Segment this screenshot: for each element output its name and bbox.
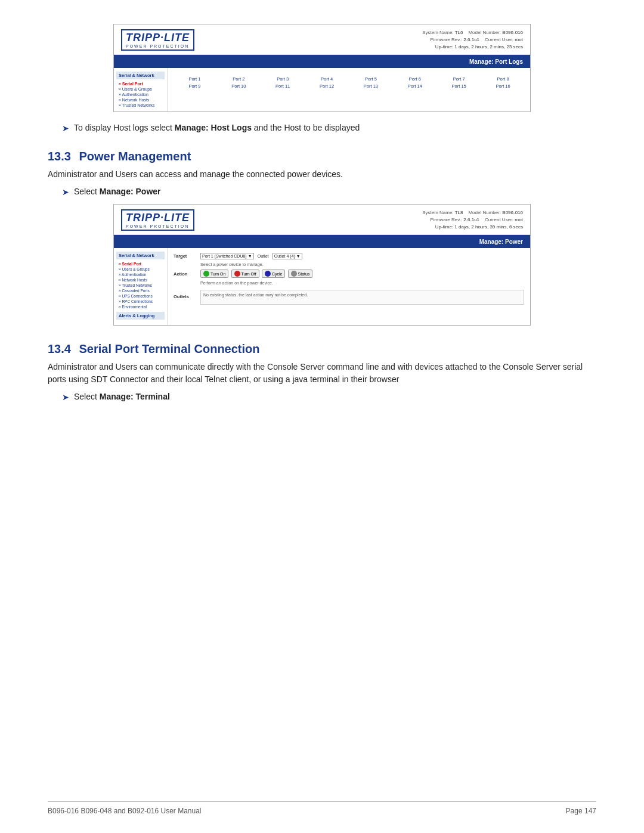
sys-name-label: System Name: — [422, 30, 453, 35]
power-sidebar-trusted: » Trusted Networks — [116, 283, 165, 288]
outlets-text: No existing status, the last action may … — [203, 293, 308, 297]
section-133-heading: 13.3 Power Management — [48, 150, 596, 163]
port-13: Port 13 — [350, 83, 392, 89]
outlet-label: Outlet — [258, 254, 269, 258]
power-sys-info: System Name: TL8 Model Number: B096-016 … — [422, 209, 523, 231]
portlogs-title: Manage: Port Logs — [469, 58, 523, 65]
power-firmware-line: Firmware Rev.: 2.6.1u1 Current User: roo… — [422, 216, 523, 224]
section-133-title: Power Management — [79, 150, 191, 163]
power-ss-sidebar: Serial & Network » Serial Port » Users &… — [114, 248, 168, 325]
port-15: Port 15 — [438, 83, 480, 89]
action-content: Turn On Turn Off Cycle Status — [200, 270, 524, 278]
bullet-text-2: Select Manage: Power — [74, 187, 161, 196]
outlets-label: Outlets — [174, 294, 200, 299]
port-logs-screenshot: TRIPP·LITE POWER PROTECTION System Name:… — [113, 24, 531, 112]
section-133-paragraph: Administrator and Users can access and m… — [48, 168, 596, 181]
firmware-line: Firmware Rev.: 2.6.1u1 Current User: roo… — [422, 36, 523, 44]
port-6: Port 6 — [394, 76, 436, 82]
sidebar-item-hosts: » Network Hosts — [116, 97, 165, 103]
model-val: B096-016 — [502, 30, 523, 35]
section-134-number: 13.4 — [48, 342, 71, 355]
bullet-host-logs: ➤ To display Host logs select Manage: Ho… — [62, 123, 596, 133]
ss-header: TRIPP·LITE POWER PROTECTION System Name:… — [114, 24, 530, 55]
ss-body: Serial & Network » Serial Port » Users &… — [114, 68, 530, 112]
current-user-label: Current User: — [485, 37, 513, 42]
power-sys-name-label: System Name: — [422, 210, 453, 215]
sidebar-item-users: » Users & Groups — [116, 86, 165, 92]
status-label: Status — [298, 272, 310, 276]
port-16: Port 16 — [482, 83, 524, 89]
power-sys-name-line: System Name: TL8 Model Number: B096-016 — [422, 209, 523, 216]
bullet-arrow-2: ➤ — [62, 187, 69, 197]
action-row: Action Turn On Turn Off Cycle — [174, 270, 524, 278]
action-label: Action — [174, 271, 200, 277]
outlets-box: No existing status, the last action may … — [200, 290, 524, 305]
uptime-line: Up-time: 1 days, 2 hours, 2 mins, 25 sec… — [422, 44, 523, 51]
bullet-manage-power: ➤ Select Manage: Power — [62, 187, 596, 197]
manage-host-logs-bold: Manage: Host Logs — [175, 123, 252, 132]
ss-blue-bar: Manage: Port Logs — [114, 55, 530, 68]
power-uptime-line: Up-time: 1 days, 2 hours, 39 mins, 6 sec… — [422, 224, 523, 231]
power-logo-text: TRIPP·LITE — [126, 212, 190, 224]
turn-on-icon — [203, 271, 209, 277]
sys-name-line: System Name: TL6 Model Number: B096-016 — [422, 29, 523, 36]
section-134-title: Serial Port Terminal Connection — [79, 342, 260, 355]
page-footer: B096-016 B096-048 and B092-016 User Manu… — [48, 801, 596, 815]
bullet-manage-terminal: ➤ Select Manage: Terminal — [62, 392, 596, 402]
turn-off-label: Turn Off — [242, 272, 256, 276]
outlets-row: Outlets No existing status, the last act… — [174, 288, 524, 305]
power-sidebar-serial: » Serial Port — [116, 261, 165, 267]
bullet-arrow-1: ➤ — [62, 123, 69, 133]
power-sidebar-hosts: » Network Hosts — [116, 277, 165, 283]
target-select[interactable]: Port 1 (Switched CDU8) ▼ — [200, 253, 254, 259]
status-button[interactable]: Status — [288, 270, 313, 278]
power-blue-bar: Manage: Power — [114, 235, 530, 248]
status-icon — [291, 271, 297, 277]
port-12: Port 12 — [306, 83, 348, 89]
power-model-label: Model Number: — [468, 210, 501, 215]
power-logo: TRIPP·LITE POWER PROTECTION — [121, 209, 194, 231]
footer-left: B096-016 B096-048 and B092-016 User Manu… — [48, 807, 202, 815]
port-11: Port 11 — [262, 83, 304, 89]
firmware-label: Firmware Rev.: — [430, 37, 462, 42]
port-7: Port 7 — [438, 76, 480, 82]
turn-off-button[interactable]: Turn Off — [231, 270, 259, 278]
turn-off-icon — [234, 271, 240, 277]
power-model-val: B096-016 — [502, 210, 523, 215]
sidebar-item-serial: » Serial Port — [116, 81, 165, 86]
power-current-user-label: Current User: — [485, 217, 513, 222]
port-8: Port 8 — [482, 76, 524, 82]
ss-sys-info: System Name: TL6 Model Number: B096-016 … — [422, 29, 523, 51]
port-2: Port 2 — [218, 76, 260, 82]
port-3: Port 3 — [262, 76, 304, 82]
power-current-user-val: root — [515, 217, 523, 222]
bullet-text-3: Select Manage: Terminal — [74, 392, 170, 401]
cycle-label: Cycle — [272, 272, 283, 276]
cycle-button[interactable]: Cycle — [262, 270, 286, 278]
outlet-select[interactable]: Outlet 4 (4) ▼ — [273, 253, 302, 259]
turn-on-label: Turn On — [210, 272, 225, 276]
port-9: Port 9 — [174, 83, 216, 89]
port-14: Port 14 — [394, 83, 436, 89]
section-134-paragraph: Administrator and Users can communicate … — [48, 361, 596, 386]
target-help: Select a power device to manage. — [200, 262, 524, 267]
firmware-val: 2.6.1u1 — [463, 37, 479, 42]
ss-sidebar: Serial & Network » Serial Port » Users &… — [114, 68, 168, 112]
power-sys-name-val: TL8 — [455, 210, 463, 215]
port-5: Port 5 — [350, 76, 392, 82]
target-label: Target — [174, 253, 200, 259]
port-10: Port 10 — [218, 83, 260, 89]
power-sidebar-section2: Alerts & Logging — [116, 312, 165, 320]
bullet-arrow-3: ➤ — [62, 392, 69, 402]
power-logo-border: TRIPP·LITE POWER PROTECTION — [121, 209, 194, 231]
sys-name-val: TL6 — [455, 30, 463, 35]
power-sidebar-env: » Environmental — [116, 304, 165, 309]
current-user-val: root — [515, 37, 523, 42]
power-sidebar-rpc: » RPC Connections — [116, 299, 165, 304]
turn-on-button[interactable]: Turn On — [200, 270, 228, 278]
target-row: Target Port 1 (Switched CDU8) ▼ Outlet O… — [174, 253, 524, 259]
target-content: Port 1 (Switched CDU8) ▼ Outlet Outlet 4… — [200, 253, 524, 259]
power-screenshot: TRIPP·LITE POWER PROTECTION System Name:… — [113, 204, 531, 326]
port-4: Port 4 — [306, 76, 348, 82]
action-help: Perform an action on the power device. — [200, 281, 524, 285]
